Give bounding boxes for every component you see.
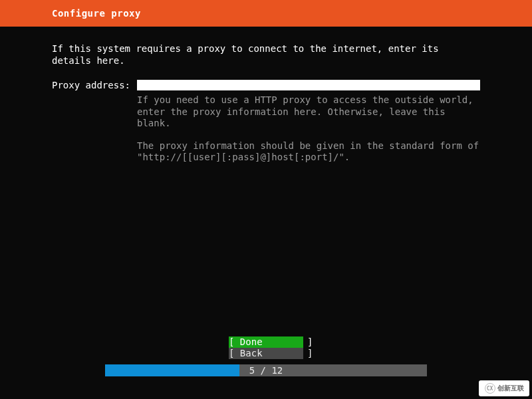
progress-bar: 5 / 12	[105, 364, 427, 376]
proxy-address-label: Proxy address:	[52, 80, 137, 90]
watermark-badge: CX 创新互联	[479, 380, 529, 396]
done-button[interactable]: [ Done ]	[229, 336, 303, 348]
back-button[interactable]: [ Back ]	[229, 348, 303, 359]
help-paragraph-1: If you need to use a HTTP proxy to acces…	[137, 94, 480, 130]
watermark-text: 创新互联	[497, 384, 524, 393]
installer-header: Configure proxy	[0, 0, 532, 27]
page-title: Configure proxy	[52, 8, 141, 19]
proxy-address-row: Proxy address:	[52, 80, 480, 90]
progress-text: 5 / 12	[105, 364, 427, 376]
proxy-address-input[interactable]	[137, 80, 480, 90]
watermark-icon: CX	[485, 383, 495, 394]
help-paragraph-2: The proxy information should be given in…	[137, 140, 480, 164]
main-content: If this system requires a proxy to conne…	[0, 27, 532, 164]
proxy-help-text: If you need to use a HTTP proxy to acces…	[137, 94, 480, 164]
intro-text: If this system requires a proxy to conne…	[52, 43, 480, 66]
footer-buttons: [ Done ] [ Back ]	[0, 336, 532, 359]
progress-bar-container: 5 / 12	[0, 364, 532, 376]
